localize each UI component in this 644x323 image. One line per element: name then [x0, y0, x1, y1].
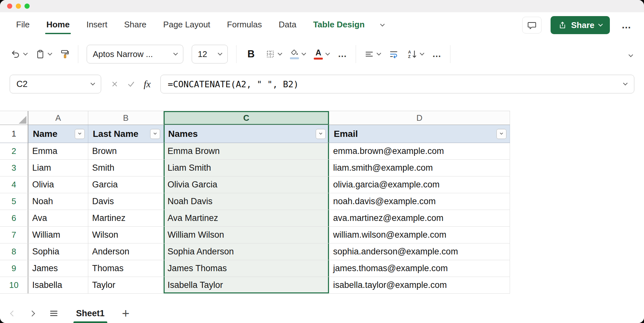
grid-cell[interactable]: James Thomas [164, 260, 329, 277]
grid-cell[interactable]: Isabella Taylor [164, 277, 329, 293]
row-header[interactable]: 5 [0, 193, 28, 210]
tab-table-design[interactable]: Table Design [312, 17, 365, 33]
font-name-select[interactable]: Aptos Narrow ... [87, 45, 183, 63]
grid-cell[interactable]: Noah Davis [164, 193, 329, 210]
grid-cell[interactable]: Wilson [88, 227, 164, 243]
fill-color-button[interactable] [290, 49, 305, 59]
format-painter-button[interactable] [60, 49, 70, 59]
row-header[interactable]: 4 [0, 176, 28, 193]
grid-cell[interactable]: liam.smith@example.com [329, 160, 510, 176]
add-sheet-button[interactable]: + [122, 307, 130, 320]
grid-cell[interactable]: noah.davis@example.com [329, 193, 510, 210]
minimize-window-button[interactable] [16, 4, 21, 9]
row-header[interactable]: 1 [0, 125, 28, 143]
row-header[interactable]: 3 [0, 160, 28, 176]
grid-cell[interactable]: William Wilson [164, 227, 329, 243]
sort-filter-button[interactable]: A Z [407, 49, 424, 59]
font-color-button[interactable]: A [314, 49, 329, 60]
row-header[interactable]: 2 [0, 143, 28, 159]
select-all-corner[interactable] [0, 111, 28, 125]
tab-page-layout[interactable]: Page Layout [163, 17, 211, 33]
tab-formulas[interactable]: Formulas [226, 17, 263, 33]
grid-cell[interactable]: william.wilson@example.com [329, 227, 510, 243]
grid-cell[interactable]: James [28, 260, 88, 277]
tab-home[interactable]: Home [46, 17, 70, 33]
table-header-cell[interactable]: Names [164, 125, 329, 143]
grid-cell[interactable]: james.thomas@example.com [329, 260, 510, 277]
row-header[interactable]: 6 [0, 210, 28, 226]
row-header[interactable]: 10 [0, 277, 28, 293]
ribbon-more-button[interactable]: … [619, 20, 634, 31]
row-header[interactable]: 7 [0, 227, 28, 243]
grid-cell[interactable]: ava.martinez@example.com [329, 210, 510, 226]
filter-button[interactable] [316, 129, 326, 139]
grid-cell[interactable]: Liam [28, 160, 88, 176]
grid-cell[interactable]: Brown [88, 143, 164, 159]
zoom-window-button[interactable] [24, 4, 30, 9]
filter-button[interactable] [75, 129, 85, 139]
row-header[interactable]: 8 [0, 243, 28, 260]
enter-check-icon[interactable] [127, 80, 135, 88]
grid-cell[interactable]: Ava Martinez [164, 210, 329, 226]
grid-cell[interactable]: Emma Brown [164, 143, 329, 159]
grid-cell[interactable]: Thomas [88, 260, 164, 277]
grid-cell[interactable]: Noah [28, 193, 88, 210]
grid-cell[interactable]: Anderson [88, 243, 164, 260]
font-group-more-button[interactable]: … [338, 49, 347, 59]
prev-sheet-chevron[interactable] [10, 310, 16, 316]
wrap-text-button[interactable] [389, 49, 399, 59]
grid-cell[interactable]: emma.brown@example.com [329, 143, 510, 159]
grid-cell[interactable]: Isabella [28, 277, 88, 293]
comments-button[interactable] [522, 17, 542, 33]
column-header-c[interactable]: C [164, 111, 329, 125]
ribbon-collapse-chevron[interactable] [629, 52, 633, 57]
grid-cell[interactable]: isabella.taylor@example.com [329, 277, 510, 293]
column-header-d[interactable]: D [329, 111, 510, 125]
grid-cell[interactable]: Taylor [88, 277, 164, 293]
cancel-icon[interactable] [111, 80, 119, 88]
chevron-down-icon[interactable] [623, 81, 628, 85]
borders-button[interactable] [265, 49, 282, 59]
align-button[interactable] [364, 49, 380, 59]
grid-cell[interactable]: sophia.anderson@example.com [329, 243, 510, 260]
share-button[interactable]: Share [551, 16, 610, 34]
undo-button[interactable] [11, 49, 27, 59]
tab-data[interactable]: Data [278, 17, 297, 33]
bold-button[interactable]: B [245, 48, 257, 60]
grid-cell[interactable]: William [28, 227, 88, 243]
grid-cell[interactable]: olivia.garcia@example.com [329, 176, 510, 193]
tab-insert[interactable]: Insert [86, 17, 108, 33]
next-sheet-chevron[interactable] [29, 310, 35, 316]
row-header[interactable]: 9 [0, 260, 28, 277]
close-window-button[interactable] [7, 4, 12, 9]
sheet-tab-sheet1[interactable]: Sheet1 [73, 304, 107, 323]
filter-button[interactable] [150, 129, 160, 139]
align-group-more-button[interactable]: … [432, 49, 442, 59]
grid-cell[interactable]: Sophia [28, 243, 88, 260]
grid-cell[interactable]: Smith [88, 160, 164, 176]
grid-cell[interactable]: Olivia [28, 176, 88, 193]
table-header-cell[interactable]: Last Name [88, 125, 164, 143]
grid-cell[interactable]: Liam Smith [164, 160, 329, 176]
table-header-cell[interactable]: Email [329, 125, 510, 143]
grid-cell[interactable]: Olivia Garcia [164, 176, 329, 193]
filter-button[interactable] [496, 129, 506, 139]
paste-button[interactable] [35, 49, 52, 59]
table-header-cell[interactable]: Name [28, 125, 88, 143]
grid-cell[interactable]: Ava [28, 210, 88, 226]
tab-file[interactable]: File [15, 17, 30, 33]
column-header-a[interactable]: A [28, 111, 88, 125]
column-header-b[interactable]: B [88, 111, 164, 125]
grid-cell[interactable]: Emma [28, 143, 88, 159]
grid-cell[interactable]: Martinez [88, 210, 164, 226]
tab-share[interactable]: Share [123, 17, 147, 33]
grid-cell[interactable]: Garcia [88, 176, 164, 193]
grid-cell[interactable]: Sophia Anderson [164, 243, 329, 260]
formula-input[interactable]: =CONCATENATE(A2, " ", B2) [160, 75, 634, 93]
name-box[interactable]: C2 [10, 75, 101, 93]
font-size-select[interactable]: 12 [192, 45, 228, 63]
grid-cell[interactable]: Davis [88, 193, 164, 210]
sheet-list-icon[interactable] [49, 309, 59, 318]
chevron-down-icon[interactable] [380, 22, 385, 26]
insert-function-button[interactable]: fx [144, 79, 151, 90]
